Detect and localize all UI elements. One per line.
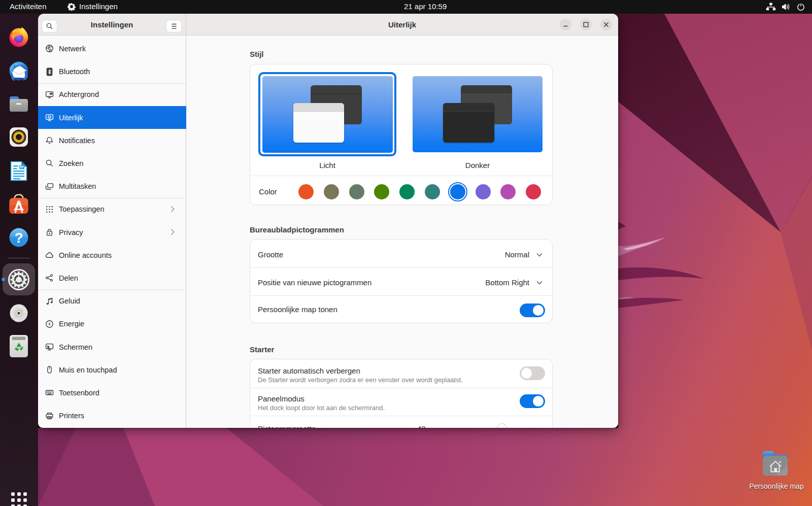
svg-text:?: ?	[14, 230, 23, 246]
